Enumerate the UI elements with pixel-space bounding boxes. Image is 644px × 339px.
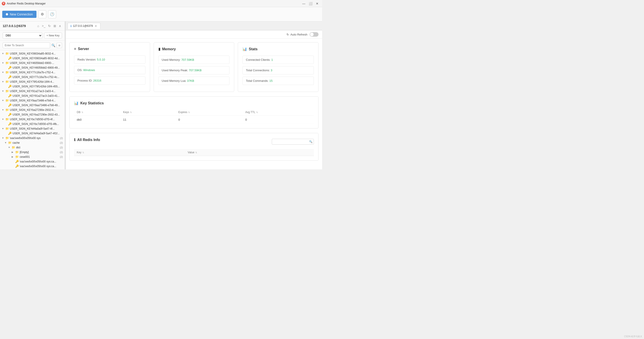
server-title-icon: ≡ (74, 47, 76, 51)
field-value: 3 (271, 69, 272, 72)
key-icon: 🔑 (8, 132, 12, 135)
tree-item[interactable]: ▼📁USER_SIGN_KEY09034a85-9032-4... (0, 51, 65, 56)
tree-item[interactable]: ▶📁[Empty](2) (0, 150, 65, 154)
tree-item[interactable]: 🔑USER_SIGN_KEY91a27ac3-2a03-41... (0, 93, 65, 98)
field-value: 26316 (93, 79, 101, 82)
folder-icon: 📁 (15, 155, 19, 158)
tree-item[interactable]: 🔑USER_SIGN_KEY77c16a7b-c752-4c... (0, 75, 65, 79)
new-key-button[interactable]: + New Key (44, 33, 62, 38)
cards-row: ≡ ServerRedis Version: 5.0.10OS: Windows… (69, 42, 318, 92)
field-label: Total Connections: (246, 69, 270, 72)
content-area: 127.0.0.1@6379 ⌂ >_ ↻ ⊞ ∧ DB0 + New Key (0, 21, 322, 169)
tree-item[interactable]: ▼📁dict(2) (0, 145, 65, 150)
tree-item[interactable]: 🔑\xac\xed\x00\x05t\x00 sys:ca... (0, 164, 65, 168)
db-selector[interactable]: DB0 (3, 32, 42, 39)
tree-item-label: USER_SIGN_KEYbc7d5f30-d7f3-4f... (10, 118, 63, 121)
tree-item-label: [Empty] (20, 151, 59, 154)
tree-item-label: dict (16, 146, 59, 149)
new-connection-button[interactable]: New Connection (2, 11, 36, 18)
tree-item[interactable]: ▼📁USER_SIGN_KEY9aa73486-e7b8-4... (0, 98, 65, 103)
search-input[interactable] (3, 42, 50, 48)
tree-item[interactable]: 🔑USER_SIGN_KEYba27290e-2932-43... (0, 112, 65, 117)
stats-cell-db: db0 (74, 116, 120, 124)
redis-info-header: ℹ All Redis Info 🔍 (74, 138, 314, 145)
tree-item[interactable]: ▼📁USER_SIGN_KEY46058dd2-6900-... (0, 60, 65, 65)
stats-col-header[interactable]: Avg TTL⇅ (242, 109, 314, 116)
folder-icon: 📁 (5, 118, 9, 121)
field-value: 37KB (187, 79, 194, 82)
tree-item-label: USER_SIGN_KEY77c16a7b-c752-4... (10, 71, 63, 74)
tree-item[interactable]: ▼📁USER_SIGN_KEY77c16a7b-c752-4... (0, 70, 65, 75)
info-col-header[interactable]: Key⇅ (74, 149, 185, 156)
stats-cell-keys: 11 (120, 116, 176, 124)
folder-arrow-icon: ▼ (8, 146, 11, 149)
tree-item[interactable]: ▼📁USER_SIGN_KEYbc7d5f30-d7f3-4f... (0, 117, 65, 122)
tab[interactable]: ℹ127.0.0.1@6379✕ (68, 23, 100, 29)
bar-chart-icon: 📊 (74, 101, 78, 105)
folder-arrow-icon: ▼ (2, 127, 4, 130)
tree-item[interactable]: 🔑USER_SIGN_KEY46058dd2-6900-49... (0, 65, 65, 70)
tree-item[interactable]: ▶📁cese001(2) (0, 154, 65, 159)
sidebar-actions: ⌂ >_ ↻ ⊞ ∧ (36, 24, 62, 28)
key-icon: 🔑 (8, 75, 12, 79)
collapse-button[interactable]: ∧ (58, 24, 62, 28)
tree-item-label: USER_SIGN_KEY9aa73486-e7b8-4... (10, 99, 63, 102)
count-badge: (2) (60, 151, 63, 154)
settings-button[interactable]: ⚙ (38, 10, 46, 18)
tree-item[interactable]: ▼📁\xac\xed\x00\x05t\x00 sys(2) (0, 136, 65, 140)
tree-item[interactable]: 🔑USER_SIGN_KEYbc7d5f30-d7f3-4fb... (0, 122, 65, 126)
tab-icon: ℹ (70, 24, 72, 28)
tree-item[interactable]: 🔑USER_SIGN_KEY9aa73486-e7b8-49... (0, 103, 65, 107)
count-badge: (2) (60, 137, 63, 139)
field-value: 707.59KB (182, 58, 194, 61)
sidebar: 127.0.0.1@6379 ⌂ >_ ↻ ⊞ ∧ DB0 + New Key (0, 21, 65, 169)
terminal-button[interactable]: >_ (41, 24, 46, 28)
connection-name-label: 127.0.0.1@6379 (3, 24, 26, 28)
filter-button[interactable]: ⊞ (56, 43, 62, 48)
tree-item[interactable]: ▼📁cache(2) (0, 140, 65, 145)
folder-arrow-icon: ▶ (12, 156, 14, 158)
search-button[interactable]: 🔍 (52, 43, 55, 47)
tree-item[interactable]: ▼📁USER_SIGN_KEY91a27ac3-2a03-4... (0, 89, 65, 93)
stats-cell-avgTTL: 0 (242, 116, 314, 124)
folder-arrow-icon: ▼ (4, 141, 7, 144)
memory-field: Used Memory Lua: 37KB (158, 77, 230, 85)
key-icon: 🔑 (15, 160, 19, 163)
server-title: ≡ Server (74, 47, 146, 51)
field-label: Redis Version: (78, 58, 96, 61)
stats-col-header[interactable]: Keys⇅ (120, 109, 176, 116)
minimize-button[interactable]: — (301, 1, 307, 6)
home-button[interactable]: ⌂ (36, 24, 40, 28)
auto-refresh-toggle[interactable] (310, 32, 318, 37)
info-col-header[interactable]: Value⇅ (185, 149, 314, 156)
tree-item[interactable]: ▼📁USER_SIGN_KEYef4a0a0f-5a47-4f... (0, 126, 65, 131)
stats-col-header[interactable]: Expires⇅ (176, 109, 242, 116)
refresh-cycle-icon: ↻ (286, 33, 289, 36)
db-selector-row: DB0 + New Key (0, 31, 65, 41)
refresh-button[interactable]: ↻ (47, 24, 52, 28)
folder-icon: 📁 (5, 99, 9, 102)
tree-item-label: USER_SIGN_KEYbc7d5f30-d7f3-4fb... (12, 122, 63, 126)
tree-item[interactable]: ▼📁USER_SIGN_KEYba27290e-2932-4... (0, 107, 65, 112)
key-icon: 🔑 (15, 164, 19, 168)
grid-button[interactable]: ⊞ (52, 24, 57, 28)
tree-item[interactable]: 🔑USER_SIGN_KEY79f1426d-16f4-455... (0, 84, 65, 89)
key-icon: 🔑 (8, 103, 12, 107)
tree-item[interactable]: 🔑USER_SIGN_KEYef4a0a0f-5a47-4f1f... (0, 131, 65, 136)
server-field: Process ID: 26316 (74, 76, 146, 85)
tree-item[interactable]: ▼📁USER_SIGN_KEY79f1426d-16f4-4... (0, 79, 65, 84)
stats-cell-expires: 0 (176, 116, 242, 124)
stats-col-header[interactable]: DB⇅ (74, 109, 120, 116)
tree-item[interactable]: 🔑\xac\xed\x00\x05t\x00 sys:ca... (0, 159, 65, 164)
close-button[interactable]: ✕ (314, 1, 320, 6)
folder-arrow-icon: ▼ (2, 99, 4, 102)
history-button[interactable]: 🕐 (48, 10, 56, 18)
key-icon: 🔑 (8, 85, 12, 88)
tree-item-label: USER_SIGN_KEY77c16a7b-c752-4c... (12, 75, 63, 79)
tree-item[interactable]: 🔑USER_SIGN_KEY09034a85-9032-4d... (0, 56, 65, 60)
redis-info-search[interactable] (272, 139, 314, 145)
tab-close-button[interactable]: ✕ (94, 24, 98, 28)
connection-dot (6, 13, 8, 15)
search-icon: 🔍 (52, 43, 55, 47)
restore-button[interactable]: ⬜ (307, 1, 314, 6)
